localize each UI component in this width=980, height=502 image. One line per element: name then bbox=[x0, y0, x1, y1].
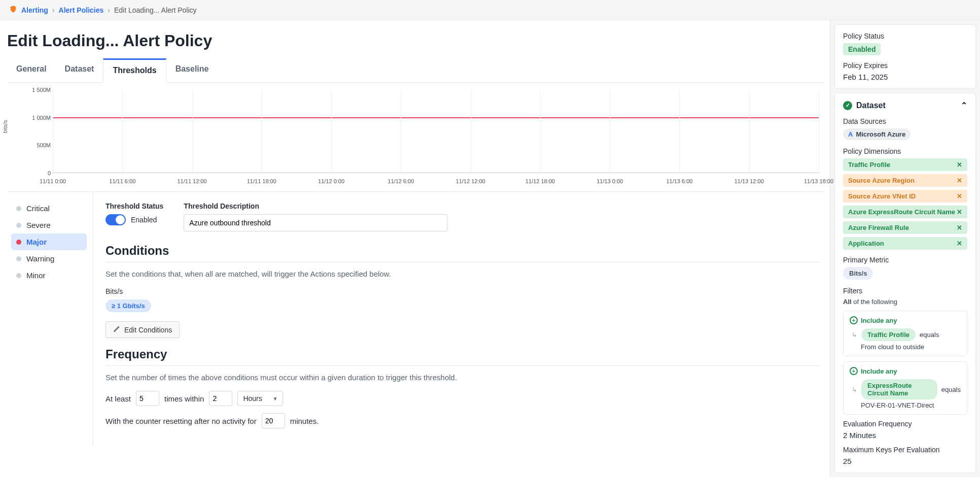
chart-ytick: 1 000M bbox=[25, 115, 51, 121]
filter-head-label: Include any bbox=[861, 367, 897, 375]
chart-ytick: 1 500M bbox=[25, 87, 51, 93]
chevron-right-icon: › bbox=[108, 6, 110, 14]
primary-metric-label: Primary Metric bbox=[843, 256, 967, 264]
breadcrumb-mid[interactable]: Alert Policies bbox=[59, 6, 104, 14]
policy-status-badge: Enabled bbox=[843, 43, 881, 55]
filter-dimension-chip: ExpressRoute Circuit Name bbox=[861, 379, 937, 399]
chart-ytick: 500M bbox=[25, 142, 51, 148]
chart-xtick: 11/11 12:00 bbox=[177, 178, 206, 184]
tab-general[interactable]: General bbox=[7, 58, 56, 82]
severity-item-major[interactable]: Major bbox=[11, 233, 87, 250]
policy-status-card: Policy Status Enabled Policy Expires Feb… bbox=[834, 24, 976, 89]
chart-xtick: 11/12 12:00 bbox=[456, 178, 485, 184]
pencil-icon bbox=[113, 325, 120, 334]
eval-freq-label: Evaluation Frequency bbox=[843, 420, 967, 428]
filters-label: Filters bbox=[843, 287, 967, 295]
chevron-right-icon: › bbox=[52, 6, 55, 14]
edit-conditions-button[interactable]: Edit Conditions bbox=[106, 321, 180, 338]
chart-gridline bbox=[331, 90, 332, 173]
threshold-chart: bits/s 1 500M 1 000M 500M 0 11/11 0:0011… bbox=[7, 86, 825, 187]
dataset-header[interactable]: ✓ Dataset ⌃ bbox=[843, 101, 967, 110]
filter-operator: equals bbox=[920, 331, 939, 339]
dimension-chip: Source Azure VNet ID✕ bbox=[843, 190, 967, 203]
close-icon[interactable]: ✕ bbox=[957, 208, 962, 216]
chart-gridline bbox=[262, 90, 262, 173]
freq-duration-input[interactable] bbox=[209, 391, 232, 406]
chart-gridline bbox=[819, 90, 819, 173]
severity-item-minor[interactable]: Minor bbox=[11, 267, 87, 284]
azure-icon: A bbox=[848, 130, 853, 138]
tab-thresholds[interactable]: Thresholds bbox=[103, 58, 166, 83]
chart-gridline bbox=[471, 90, 471, 173]
breadcrumb-current: Edit Loading... Alert Policy bbox=[114, 6, 197, 14]
chart-gridline bbox=[679, 90, 680, 173]
breadcrumb-root[interactable]: Alerting bbox=[21, 6, 48, 14]
chart-gridline bbox=[401, 90, 401, 173]
tab-dataset[interactable]: Dataset bbox=[56, 58, 103, 82]
dataset-card: ✓ Dataset ⌃ Data Sources A Microsoft Azu… bbox=[834, 93, 976, 473]
dataset-header-label: Dataset bbox=[856, 101, 886, 110]
breadcrumb: Alerting › Alert Policies › Edit Loading… bbox=[0, 0, 980, 20]
close-icon[interactable]: ✕ bbox=[957, 240, 962, 247]
max-keys-value: 25 bbox=[843, 457, 967, 465]
chart-xtick: 11/13 6:00 bbox=[666, 178, 692, 184]
freq-reset-suffix: minutes. bbox=[290, 417, 319, 425]
severity-dot-icon bbox=[16, 256, 21, 261]
freq-count-input[interactable] bbox=[136, 391, 159, 406]
severity-label: Major bbox=[26, 238, 47, 246]
chart-gridline bbox=[192, 90, 193, 173]
close-icon[interactable]: ✕ bbox=[957, 192, 962, 200]
chart-plot-area bbox=[53, 90, 819, 173]
threshold-status-label: Threshold Status bbox=[106, 202, 163, 210]
freq-at-least-label: At least bbox=[106, 394, 131, 403]
tab-baseline[interactable]: Baseline bbox=[166, 58, 218, 82]
severity-item-severe[interactable]: Severe bbox=[11, 217, 87, 233]
chart-gridline bbox=[53, 90, 53, 173]
freq-reset-input[interactable] bbox=[262, 413, 285, 428]
filter-head: +Include any bbox=[850, 316, 961, 324]
filter-line: ↳ExpressRoute Circuit Nameequals bbox=[852, 379, 961, 399]
severity-item-critical[interactable]: Critical bbox=[11, 200, 87, 217]
dimension-label: Traffic Profile bbox=[848, 161, 890, 169]
policy-expires-label: Policy Expires bbox=[843, 61, 967, 70]
chart-xtick: 11/11 0:00 bbox=[40, 178, 66, 184]
severity-dot-icon bbox=[16, 240, 21, 245]
data-source-chip: A Microsoft Azure bbox=[843, 128, 911, 140]
condition-chip: ≥ 1 Gbits/s bbox=[106, 299, 151, 312]
freq-reset-prefix: With the counter resetting after no acti… bbox=[106, 417, 257, 425]
chart-xtick: 11/12 18:00 bbox=[526, 178, 555, 184]
threshold-status-toggle[interactable] bbox=[106, 214, 126, 225]
policy-status-label: Policy Status bbox=[843, 32, 967, 40]
policy-dimensions-label: Policy Dimensions bbox=[843, 147, 967, 155]
eval-freq-value: 2 Minutes bbox=[843, 431, 967, 440]
chart-xtick: 11/11 6:00 bbox=[109, 178, 135, 184]
filter-box: +Include any↳Traffic ProfileequalsFrom c… bbox=[843, 311, 967, 356]
threshold-description-input[interactable] bbox=[184, 214, 447, 231]
severity-dot-icon bbox=[16, 223, 21, 228]
filters-mode-rest: of the following bbox=[852, 298, 897, 306]
close-icon[interactable]: ✕ bbox=[957, 177, 962, 184]
filter-dimension-chip: Traffic Profile bbox=[861, 328, 916, 341]
chart-gridline bbox=[540, 90, 541, 173]
freq-duration-unit-value: Hours bbox=[243, 394, 262, 403]
close-icon[interactable]: ✕ bbox=[957, 161, 962, 169]
severity-dot-icon bbox=[16, 206, 21, 211]
tabs: General Dataset Thresholds Baseline bbox=[7, 58, 825, 83]
primary-metric-chip: Bits/s bbox=[843, 267, 873, 280]
dimension-chip: Application✕ bbox=[843, 237, 967, 250]
data-source-value: Microsoft Azure bbox=[856, 130, 905, 138]
shield-icon bbox=[9, 5, 17, 15]
chart-xtick: 11/13 0:00 bbox=[597, 178, 623, 184]
max-keys-label: Maximum Keys Per Evaluation bbox=[843, 446, 967, 454]
threshold-description-label: Threshold Description bbox=[184, 202, 447, 210]
chart-gridline bbox=[610, 90, 610, 173]
policy-expires-value: Feb 11, 2025 bbox=[843, 73, 967, 81]
filter-head: +Include any bbox=[850, 367, 961, 375]
filter-operator: equals bbox=[941, 386, 961, 393]
freq-duration-unit-select[interactable]: Hours ▼ bbox=[237, 391, 283, 406]
close-icon[interactable]: ✕ bbox=[957, 224, 962, 231]
severity-item-warning[interactable]: Warning bbox=[11, 250, 87, 267]
threshold-status-value: Enabled bbox=[131, 216, 157, 224]
chart-gridline bbox=[749, 90, 750, 173]
filter-box: +Include any↳ExpressRoute Circuit Nameeq… bbox=[843, 361, 967, 415]
